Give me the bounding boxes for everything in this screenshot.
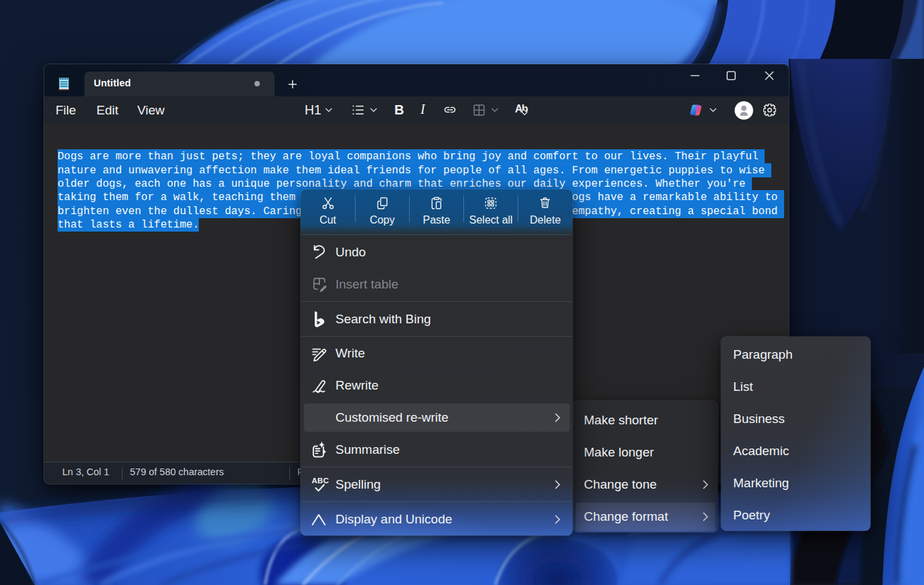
svg-text:ABC: ABC	[312, 477, 329, 485]
